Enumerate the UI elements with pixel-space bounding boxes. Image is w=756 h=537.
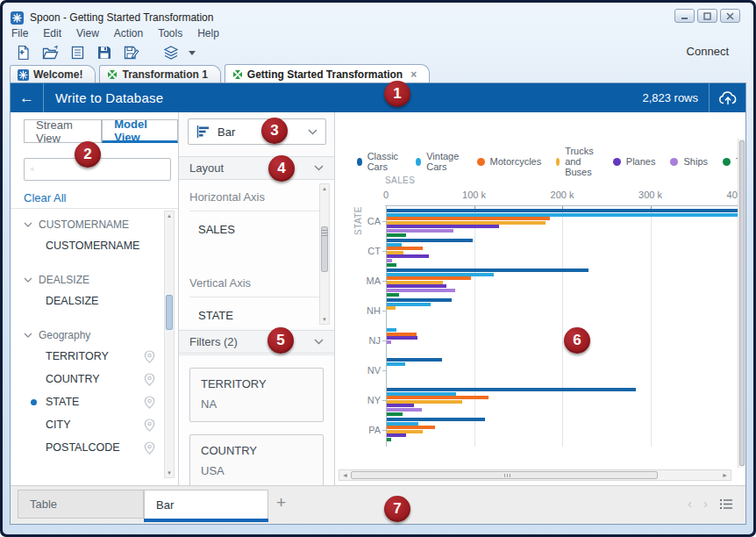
scroll-right-icon[interactable]: ► [722,471,728,480]
clear-all-link[interactable]: Clear All [24,191,66,204]
chart-bar [387,433,406,437]
field-item-country[interactable]: COUNTRY [24,368,157,390]
geo-pin-icon [144,419,155,432]
scroll-up-icon[interactable]: ▲ [322,184,327,193]
next-view-button[interactable]: › [703,496,708,512]
close-tab-icon[interactable]: × [410,68,417,81]
view-tab-table[interactable]: Table [18,490,144,519]
menu-help[interactable]: Help [197,27,219,41]
scrollbar-thumb[interactable] [166,295,173,330]
chart-bar [387,229,453,233]
filters-section-header[interactable]: Filters (2) [179,330,334,354]
y-tick-label: PA [351,425,381,435]
prev-view-button[interactable]: ‹ [688,496,692,512]
save-as-button[interactable] [122,43,141,62]
menu-view[interactable]: View [76,27,99,41]
menu-file[interactable]: File [11,27,28,41]
legend-item-trucks-and-buses[interactable]: Trucks and Buses [556,146,598,177]
field-item-city[interactable]: CITY [24,413,157,436]
chevron-down-icon [24,222,32,227]
close-button[interactable] [720,9,740,23]
open-file-button[interactable] [40,43,60,62]
scrollbar-thumb[interactable] [739,140,745,466]
vertical-axis-field[interactable]: STATE [198,309,334,322]
back-button[interactable]: ← [11,83,44,112]
field-list-scrollbar[interactable]: ▲ ▼ [164,211,175,478]
minimize-button[interactable] [674,9,695,23]
chart-panel: Classic CarsVintage CarsMotorcyclesTruck… [335,112,745,485]
layout-section-header[interactable]: Layout [179,156,334,180]
search-input[interactable] [34,163,170,175]
legend-item-planes[interactable]: Planes [613,156,656,167]
legend-item-classic-cars[interactable]: Classic Cars [357,151,401,172]
legend-dot [723,158,731,166]
save-button[interactable] [95,43,114,62]
y-tick-label: NJ [351,335,381,346]
new-file-button[interactable] [13,43,32,62]
explore-repository-button[interactable] [68,43,87,62]
layout-scrollbar[interactable]: ▲ ▼ [319,183,330,325]
chart-bar [387,268,588,272]
perspective-switcher-button[interactable] [161,43,181,62]
filter-card-country[interactable]: COUNTRYUSA [189,434,324,489]
field-item-postalcode[interactable]: POSTALCODE [24,436,157,459]
field-group-customername[interactable]: CUSTOMERNAME [24,218,157,231]
scroll-down-icon[interactable]: ▼ [167,469,172,477]
legend-dot [416,158,421,166]
view-tab-bar[interactable]: Bar [144,490,268,519]
chart-bar [387,422,418,426]
filter-name: COUNTRY [201,444,312,457]
editor-tab-bar: Welcome!Transformation 1Getting Started … [10,64,746,83]
chart-horizontal-scrollbar[interactable]: ◄ ► [339,469,731,481]
chart-bar [387,328,396,332]
view-tab-stream-view[interactable]: Stream View [24,119,102,143]
menu-edit[interactable]: Edit [43,27,61,41]
field-label: POSTALCODE [46,441,120,454]
scroll-down-icon[interactable]: ▼ [322,315,327,324]
y-tick-label: NV [351,365,381,376]
annotation-badge-6: 6 [564,327,590,354]
filter-name: TERRITORY [201,377,312,390]
chart-type-dropdown[interactable]: Bar [188,118,326,145]
content-area: ← Write to Database 2,823 rows Stream Vi… [10,82,746,525]
chart-vertical-scrollbar[interactable] [738,139,745,468]
scroll-up-icon[interactable]: ▲ [167,211,172,220]
field-item-territory[interactable]: TERRITORY [24,345,157,368]
title-bar[interactable]: Spoon - Getting Started Transformation [7,8,749,27]
field-item-state[interactable]: STATE [24,390,157,413]
field-group-geography[interactable]: Geography [24,329,157,341]
legend-item-vintage-cars[interactable]: Vintage Cars [416,151,461,172]
scrollbar-thumb[interactable] [351,471,658,479]
chart-bar [387,340,391,344]
menu-action[interactable]: Action [114,27,143,41]
field-group-dealsize[interactable]: DEALSIZE [24,274,157,286]
field-item-customername[interactable]: CUSTOMERNAME [24,234,157,257]
view-toggle: Stream ViewModel View [24,119,178,143]
horizontal-axis-field[interactable]: SALES [198,223,334,236]
annotation-badge-5: 5 [267,327,294,354]
editor-tab-0[interactable]: Welcome! [10,65,96,83]
menu-tools[interactable]: Tools [158,27,182,41]
field-item-dealsize[interactable]: DEALSIZE [24,290,157,312]
field-label: TERRITORY [46,350,109,362]
legend-item-motorcycles[interactable]: Motorcycles [477,156,542,167]
add-view-button[interactable]: + [276,493,286,512]
scroll-left-icon[interactable]: ◄ [342,471,348,480]
annotation-badge-3: 3 [261,118,288,144]
scrollbar-thumb[interactable] [321,226,328,272]
perspective-dropdown-caret[interactable] [189,51,196,55]
legend-item-ships[interactable]: Ships [670,156,708,167]
connect-button[interactable]: Connect [687,45,729,58]
view-list-icon[interactable] [719,498,733,510]
chart-bar [387,293,399,297]
chart-bar [387,273,494,276]
view-tab-model-view[interactable]: Model View [102,119,178,143]
cloud-upload-button[interactable] [709,83,745,112]
y-tick-label: NY [351,395,381,405]
horizontal-axis-label: Horizontal Axis [189,190,334,204]
filters-label: Filters (2) [189,335,238,348]
maximize-button[interactable] [697,9,717,23]
editor-tab-1[interactable]: Transformation 1 [99,65,220,83]
filter-card-territory[interactable]: TERRITORYNA [189,368,324,422]
legend-label: Trucks and Buses [565,146,598,177]
